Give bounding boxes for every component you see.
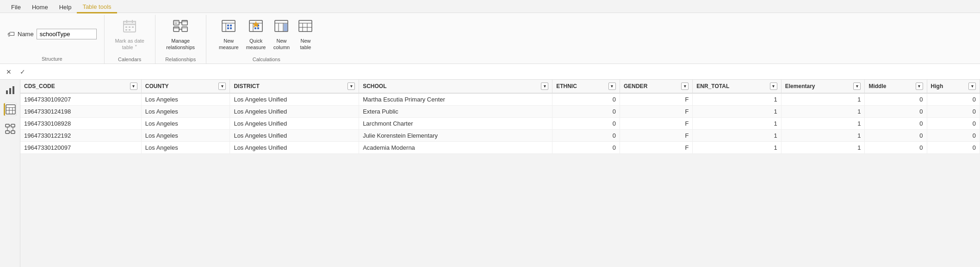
col-header-enr_total: ENR_TOTAL ▾ <box>693 80 781 93</box>
filter-county[interactable]: ▾ <box>218 83 226 90</box>
formula-cancel-button[interactable]: ✕ <box>4 67 14 77</box>
filter-high[interactable]: ▾ <box>968 83 976 90</box>
cell-middle: 0 <box>865 106 927 118</box>
filter-gender[interactable]: ▾ <box>681 83 688 90</box>
filter-cds_code[interactable]: ▾ <box>130 83 137 90</box>
col-header-high: High ▾ <box>927 80 980 93</box>
new-table-label: Newtable <box>300 38 311 51</box>
col-header-gender: GENDER ▾ <box>620 80 692 93</box>
main-content: CDS_CODE ▾ COUNTY ▾ DISTRICT ▾ <box>0 80 980 267</box>
name-icon: 🏷 <box>7 30 15 38</box>
svg-rect-23 <box>227 25 229 26</box>
name-input[interactable] <box>37 29 97 39</box>
cell-district: Los Angeles Unified <box>230 106 359 118</box>
cell-school: Martha Escutia Primary Center <box>359 93 552 106</box>
manage-relationships-button[interactable]: Managerelationships <box>163 17 198 53</box>
filter-school[interactable]: ▾ <box>541 83 548 90</box>
cell-elementary: 1 <box>781 106 865 118</box>
svg-rect-1 <box>124 21 136 25</box>
filter-elementary[interactable]: ▾ <box>853 83 861 90</box>
cell-ethnic: 0 <box>552 142 620 154</box>
new-table-icon <box>298 19 313 36</box>
ribbon-group-relationships: Managerelationships Relationships <box>155 15 206 64</box>
cell-school: Academia Moderna <box>359 142 552 154</box>
cell-middle: 0 <box>865 130 927 142</box>
cell-county: Los Angeles <box>141 106 230 118</box>
calculations-group-label: Calculations <box>214 55 319 64</box>
menu-table-tools[interactable]: Table tools <box>77 1 117 13</box>
quick-measure-button[interactable]: Quickmeasure <box>243 17 269 53</box>
cell-ethnic: 0 <box>552 93 620 106</box>
svg-rect-40 <box>299 20 312 32</box>
new-measure-icon <box>221 19 236 36</box>
cell-enr_total: 1 <box>693 130 781 142</box>
cell-high: 0 <box>927 130 980 142</box>
new-column-label: Newcolumn <box>273 38 290 51</box>
svg-rect-10 <box>174 20 179 22</box>
svg-rect-48 <box>6 105 15 114</box>
cell-ethnic: 0 <box>552 130 620 142</box>
filter-middle[interactable]: ▾ <box>916 83 923 90</box>
filter-enr_total[interactable]: ▾ <box>770 83 777 90</box>
data-table: CDS_CODE ▾ COUNTY ▾ DISTRICT ▾ <box>20 80 980 154</box>
svg-rect-25 <box>227 27 229 29</box>
structure-group-label: Structure <box>7 54 97 64</box>
col-header-ethnic: ETHNIC ▾ <box>552 80 620 93</box>
cell-school: Larchmont Charter <box>359 118 552 130</box>
svg-marker-34 <box>253 21 259 27</box>
table-header-row: CDS_CODE ▾ COUNTY ▾ DISTRICT ▾ <box>20 80 980 93</box>
name-field-row: 🏷 Name <box>7 29 97 39</box>
cell-county: Los Angeles <box>141 93 230 106</box>
cell-gender: F <box>620 130 692 142</box>
menu-bar: File Home Help Table tools <box>0 0 980 13</box>
new-column-button[interactable]: Newcolumn <box>270 17 292 53</box>
table-row[interactable]: 19647330122192Los AngelesLos Angeles Uni… <box>20 130 980 142</box>
svg-rect-53 <box>6 124 9 127</box>
sidebar-icon-chart[interactable] <box>4 83 17 96</box>
cell-enr_total: 1 <box>693 93 781 106</box>
table-row[interactable]: 19647330108928Los AngelesLos Angeles Uni… <box>20 118 980 130</box>
table-row[interactable]: 19647330124198Los AngelesLos Angeles Uni… <box>20 106 980 118</box>
filter-ethnic[interactable]: ▾ <box>608 83 616 90</box>
cell-district: Los Angeles Unified <box>230 118 359 130</box>
cell-ethnic: 0 <box>552 106 620 118</box>
cell-county: Los Angeles <box>141 130 230 142</box>
cell-ethnic: 0 <box>552 118 620 130</box>
cell-cds_code: 19647330109207 <box>20 93 141 106</box>
table-row[interactable]: 19647330120097Los AngelesLos Angeles Uni… <box>20 142 980 154</box>
svg-rect-54 <box>11 124 15 127</box>
formula-bar: ✕ ✓ <box>0 64 980 80</box>
ribbon-group-calendars: Mark as datetable ˅ Calendars <box>105 15 155 64</box>
mark-date-table-button[interactable]: Mark as datetable ˅ <box>112 17 147 53</box>
menu-help[interactable]: Help <box>54 2 77 13</box>
cell-cds_code: 19647330108928 <box>20 118 141 130</box>
svg-rect-8 <box>129 29 130 31</box>
cell-elementary: 1 <box>781 118 865 130</box>
svg-rect-4 <box>125 26 127 28</box>
cell-gender: F <box>620 118 692 130</box>
cell-district: Los Angeles Unified <box>230 93 359 106</box>
mark-date-table-label: Mark as datetable ˅ <box>115 38 144 51</box>
svg-rect-19 <box>182 27 187 29</box>
filter-district[interactable]: ▾ <box>347 83 355 90</box>
table-row[interactable]: 19647330109207Los AngelesLos Angeles Uni… <box>20 93 980 106</box>
sidebar-icon-model[interactable] <box>4 122 17 135</box>
menu-file[interactable]: File <box>6 2 26 13</box>
sidebar-icon-table[interactable] <box>4 103 17 116</box>
svg-rect-26 <box>230 27 232 29</box>
menu-home[interactable]: Home <box>26 2 54 13</box>
formula-confirm-button[interactable]: ✓ <box>18 67 28 77</box>
data-table-container: CDS_CODE ▾ COUNTY ▾ DISTRICT ▾ <box>20 80 980 267</box>
cell-school: Julie Korenstein Elementary <box>359 130 552 142</box>
svg-rect-46 <box>9 88 11 94</box>
new-measure-button[interactable]: Newmeasure <box>216 17 242 53</box>
cell-school: Extera Public <box>359 106 552 118</box>
cell-high: 0 <box>927 118 980 130</box>
name-label: Name <box>18 31 34 38</box>
cell-middle: 0 <box>865 93 927 106</box>
ribbon-group-calculations: Newmeasure Quickmeasure <box>206 15 327 64</box>
manage-relationships-label: Managerelationships <box>166 38 195 51</box>
new-column-icon <box>274 19 289 36</box>
new-measure-label: Newmeasure <box>219 38 239 51</box>
new-table-button[interactable]: Newtable <box>294 17 316 53</box>
